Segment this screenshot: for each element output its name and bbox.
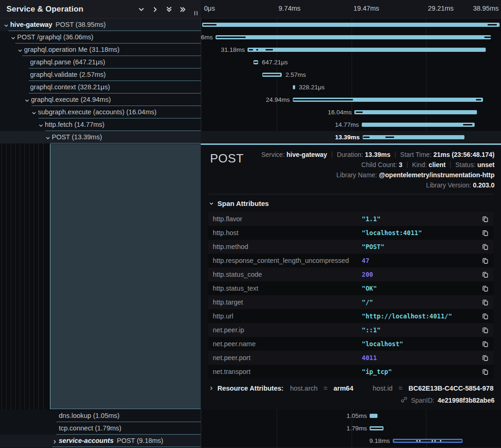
attribute-key: http.target	[213, 299, 362, 306]
span-bar[interactable]	[393, 439, 463, 443]
span-bar[interactable]	[216, 35, 491, 39]
span-tree-row[interactable]: graphql.context (328.21μs)	[0, 81, 201, 93]
attribute-row: http.response_content_length_uncompresse…	[208, 254, 494, 268]
span-tree-row[interactable]: tcp.connect (1.79ms)	[0, 422, 201, 435]
attribute-row: net.peer.port4011	[208, 351, 494, 365]
span-label: graphql.context (328.21μs)	[30, 81, 110, 93]
attribute-value: "POST"	[362, 243, 479, 250]
chevron-down-icon[interactable]	[38, 122, 43, 130]
copy-icon[interactable]	[479, 299, 489, 306]
span-bar[interactable]	[262, 73, 282, 77]
attribute-key: net.peer.port	[213, 354, 362, 361]
span-tree-row[interactable]: graphql.operation Me (31.18ms)	[0, 44, 201, 56]
copy-icon[interactable]	[479, 326, 489, 334]
span-bar[interactable]	[354, 110, 477, 114]
chevron-down-icon[interactable]	[4, 22, 9, 30]
copy-icon[interactable]	[479, 215, 489, 223]
copy-icon[interactable]	[479, 354, 489, 361]
span-bar-row[interactable]: 1.05ms	[201, 410, 501, 422]
span-bar[interactable]	[362, 123, 475, 127]
span-bar-row[interactable]	[201, 19, 501, 31]
span-bar[interactable]	[293, 85, 295, 89]
chevron-down-icon[interactable]	[18, 47, 23, 55]
span-bar-row[interactable]: 16.04ms	[201, 106, 501, 118]
attribute-row: http.method"POST"	[208, 240, 494, 254]
chevron-down-icon[interactable]	[11, 35, 16, 42]
span-bar-row[interactable]: 2.57ms	[201, 68, 501, 81]
span-bar[interactable]	[293, 98, 483, 102]
attribute-value: "ip_tcp"	[362, 368, 479, 375]
span-tree-row[interactable]: hive-gatewayPOST (38.95ms)	[0, 19, 201, 31]
span-label: graphql.operation Me (31.18ms)	[24, 44, 119, 56]
copy-icon[interactable]	[479, 271, 489, 278]
chevron-down-icon[interactable]	[136, 5, 146, 14]
child-span-marker	[203, 24, 217, 25]
panel-resize-grip[interactable]	[194, 11, 198, 15]
chevron-right-icon[interactable]	[52, 438, 57, 446]
span-meta: Service: hive-gatewayDuration: 13.39msSt…	[261, 149, 495, 190]
span-attributes-header[interactable]: Span Attributes	[209, 198, 495, 208]
span-bar[interactable]	[247, 48, 485, 52]
span-tree-row[interactable]: graphql.execute (24.94ms)	[0, 93, 201, 106]
resource-attributes-row[interactable]: Resource Attributes:host.arch=arm64host.…	[209, 385, 494, 392]
span-bar-row[interactable]: 647.21μs	[201, 56, 501, 68]
span-bar-row[interactable]: 31.18ms	[201, 44, 501, 56]
copy-icon[interactable]	[479, 243, 489, 250]
span-bar-row[interactable]: 9.18ms	[201, 435, 501, 447]
chevron-right-icon[interactable]	[150, 5, 160, 14]
attribute-row: net.transport"ip_tcp"	[208, 365, 494, 379]
span-bar[interactable]	[363, 135, 465, 139]
span-label: hive-gatewayPOST (38.95ms)	[10, 19, 106, 31]
copy-icon[interactable]	[479, 312, 489, 320]
span-bar[interactable]	[202, 23, 500, 27]
span-duration-label: 1.79ms	[346, 422, 367, 435]
span-tree-row[interactable]: POST (13.39ms)	[0, 131, 201, 143]
span-bar[interactable]	[254, 60, 259, 64]
span-attributes-title: Span Attributes	[217, 199, 269, 207]
attribute-row: http.host"localhost:4011"	[208, 226, 494, 240]
span-duration-label: 647.21μs	[262, 56, 288, 68]
span-bar-row[interactable]: 328.21μs	[201, 81, 501, 93]
chevron-down-icon[interactable]	[31, 110, 37, 117]
meta-separator	[407, 162, 408, 168]
attribute-row: net.peer.name"localhost"	[208, 337, 494, 351]
span-tree-row[interactable]: subgraph.execute (accounts) (16.04ms)	[0, 106, 201, 118]
tree-panel-header: Service & Operation	[0, 0, 201, 19]
copy-icon[interactable]	[479, 257, 489, 264]
span-bar-row[interactable]: 36.06ms	[201, 31, 501, 44]
span-bar-row[interactable]: 24.94ms	[201, 93, 501, 106]
copy-icon[interactable]	[479, 285, 489, 292]
span-bar[interactable]	[370, 426, 383, 430]
span-tree-row[interactable]: http.fetch (14.77ms)	[0, 118, 201, 131]
span-tree-row[interactable]: POST /graphql (36.06ms)	[0, 31, 201, 44]
attribute-value: 200	[362, 271, 479, 278]
span-duration-label: 31.18ms	[221, 44, 245, 56]
copy-icon[interactable]	[479, 340, 489, 348]
span-detail-header: POST Service: hive-gatewayDuration: 13.3…	[207, 145, 495, 193]
span-bar-row[interactable]: 14.77ms	[201, 118, 501, 131]
copy-icon[interactable]	[479, 368, 489, 375]
child-span-marker	[363, 137, 370, 138]
chevron-down-icon[interactable]	[45, 135, 50, 142]
span-tree-row[interactable]: service-accountsPOST (9.18ms)	[0, 435, 201, 447]
span-bar-row[interactable]: 1.79ms	[201, 422, 501, 435]
span-label: tcp.connect (1.79ms)	[59, 422, 121, 434]
timeline-tick: 9.74ms	[278, 5, 301, 12]
attribute-key: net.peer.ip	[213, 326, 362, 334]
event-dot	[419, 440, 421, 442]
span-bar-row[interactable]: 13.39ms	[201, 131, 501, 143]
chevron-down-icon	[209, 199, 214, 207]
span-duration-label: 14.77ms	[335, 118, 359, 131]
chevron-down-icon[interactable]	[25, 97, 30, 105]
child-span-marker	[249, 49, 253, 50]
span-duration-label: 36.06ms	[201, 31, 213, 44]
span-tree-row[interactable]: dns.lookup (1.05ms)	[0, 410, 201, 422]
double-chevron-down-icon[interactable]	[164, 5, 174, 14]
child-span-marker	[385, 137, 394, 138]
double-chevron-right-icon[interactable]	[178, 5, 188, 14]
span-tree-row[interactable]: graphql.parse (647.21μs)	[0, 56, 201, 68]
span-bar[interactable]	[370, 414, 377, 418]
link-icon[interactable]	[401, 396, 408, 404]
span-tree-row[interactable]: graphql.validate (2.57ms)	[0, 68, 201, 81]
copy-icon[interactable]	[479, 229, 489, 236]
